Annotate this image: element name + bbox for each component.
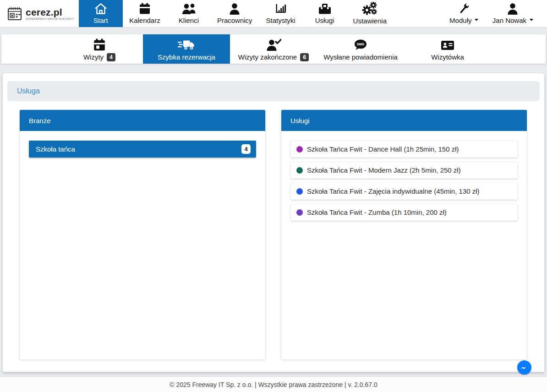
industry-count-badge: 4 — [241, 144, 251, 154]
tab-label: Szybka rezerwacja — [158, 53, 215, 61]
clients-icon — [181, 2, 196, 15]
service-color-dot — [296, 146, 303, 152]
top-navigation: cerez.pl ZAREZERWUJ SWOJE SUKCESY! Start… — [0, 0, 547, 27]
tab-szybka-rezerwacja[interactable]: Szybka rezerwacja — [143, 34, 230, 64]
toolbox-icon — [318, 2, 332, 15]
tab-wizyty-zakonczone[interactable]: Wizyty zakończone 6 — [230, 34, 317, 64]
nav-item-statystyki[interactable]: Statystyki — [259, 0, 303, 27]
service-color-dot — [296, 188, 303, 195]
wrench-icon — [458, 2, 470, 15]
messenger-icon — [517, 360, 531, 375]
user-check-icon — [266, 37, 281, 52]
svg-text:SMS: SMS — [357, 42, 364, 46]
footer: © 2025 Freeway IT Sp. z o.o. | Wszystkie… — [0, 376, 547, 392]
tab-label: Wizytówka — [431, 53, 464, 61]
main-content: Usługa Branże Szkoła tańca 4 Usługi — [3, 73, 544, 372]
nav-label: Start — [93, 16, 108, 24]
tab-wyslane-powiadomienia[interactable]: SMS Wysłane powiadomienia — [317, 34, 404, 64]
nav-label: Jan Nowak — [492, 16, 526, 24]
calendar-icon — [139, 2, 151, 15]
industries-panel-body: Szkoła tańca 4 — [20, 131, 265, 167]
stats-icon — [274, 2, 287, 15]
nav-item-ustawienia[interactable]: Ustawienia — [347, 0, 393, 27]
fast-truck-icon — [178, 37, 195, 52]
service-color-dot — [296, 167, 303, 174]
service-label: Szkoła Tańca Fwit - Dance Hall (1h 25min… — [307, 145, 459, 153]
tab-label: Wizyty zakończone — [238, 53, 297, 61]
tab-wizytowka[interactable]: Wizytówka — [404, 34, 491, 64]
logo-calendar-icon — [6, 5, 23, 22]
tab-label: Wizyty — [83, 53, 104, 61]
visits-tab-bar: Wizyty 4 Szybka rezerwacja — [1, 34, 546, 64]
nav-item-moduly[interactable]: Moduły — [442, 0, 486, 27]
service-item[interactable]: Szkoła Tańca Fwit - Modern Jazz (2h 5min… — [290, 162, 518, 179]
industry-label: Szkoła tańca — [36, 145, 75, 153]
service-label: Szkoła Tańca Fwit - Zumba (1h 10min, 200… — [307, 208, 447, 216]
nav-item-kalendarz[interactable]: Kalendarz — [123, 0, 167, 27]
nav-label: Ustawienia — [353, 17, 387, 25]
nav-item-user-menu[interactable]: Jan Nowak — [486, 0, 540, 27]
services-panel-body: Szkoła Tańca Fwit - Dance Hall (1h 25min… — [281, 131, 527, 234]
home-icon — [94, 2, 108, 15]
services-panel: Usługi Szkoła Tańca Fwit - Dance Hall (1… — [281, 109, 527, 360]
industry-item-szkola-tanca[interactable]: Szkoła tańca 4 — [29, 141, 256, 158]
service-item[interactable]: Szkoła Tańca Fwit - Zajęcia indywidualne… — [290, 183, 518, 200]
calendar-day-icon — [93, 37, 106, 52]
address-card-icon — [441, 37, 454, 52]
service-label: Szkoła Tańca Fwit - Zajęcia indywidualne… — [307, 187, 480, 195]
panels-row: Branże Szkoła tańca 4 Usługi Szkoła Tańc… — [3, 109, 544, 360]
service-color-dot — [296, 209, 303, 216]
nav-label: Moduły — [449, 16, 471, 24]
tab-badge-count: 4 — [107, 53, 115, 61]
brand-logo[interactable]: cerez.pl ZAREZERWUJ SWOJE SUKCESY! — [0, 0, 79, 27]
nav-item-uslugi[interactable]: Usługi — [303, 0, 347, 27]
chevron-down-icon — [530, 19, 533, 21]
nav-label: Usługi — [315, 16, 334, 24]
nav-label: Kalendarz — [129, 16, 160, 24]
footer-copyright: © 2025 Freeway IT Sp. z o.o. | Wszystkie… — [170, 381, 377, 388]
breadcrumb: Usługa — [7, 81, 540, 101]
services-panel-header: Usługi — [281, 110, 527, 131]
nav-item-klienci[interactable]: Klienci — [167, 0, 211, 27]
chevron-down-icon — [475, 19, 478, 21]
nav-label: Statystyki — [266, 16, 295, 24]
service-item[interactable]: Szkoła Tańca Fwit - Zumba (1h 10min, 200… — [290, 204, 518, 221]
tab-wizyty[interactable]: Wizyty 4 — [56, 34, 143, 64]
employee-icon — [229, 2, 241, 15]
nav-item-start[interactable]: Start — [79, 0, 123, 27]
nav-right-group: Moduły Jan Nowak — [442, 0, 547, 27]
service-label: Szkoła Tańca Fwit - Modern Jazz (2h 5min… — [307, 166, 461, 174]
sms-icon: SMS — [354, 37, 367, 52]
tab-label: Wysłane powiadomienia — [323, 53, 398, 61]
nav-label: Pracownicy — [217, 16, 252, 24]
industries-panel-header: Branże — [20, 110, 265, 131]
brand-tagline: ZAREZERWUJ SWOJE SUKCESY! — [26, 17, 74, 20]
breadcrumb-usluga[interactable]: Usługa — [17, 87, 40, 95]
panel-title: Branże — [29, 117, 51, 125]
brand-name: cerez.pl — [26, 7, 74, 17]
nav-item-pracownicy[interactable]: Pracownicy — [211, 0, 259, 27]
tab-badge-count: 6 — [300, 53, 309, 61]
industries-panel: Branże Szkoła tańca 4 — [19, 109, 266, 360]
gears-icon — [362, 2, 377, 16]
panel-title: Usługi — [290, 117, 310, 125]
nav-label: Klienci — [179, 16, 199, 24]
messenger-chat-button[interactable] — [517, 360, 531, 375]
user-icon — [507, 2, 519, 15]
service-item[interactable]: Szkoła Tańca Fwit - Dance Hall (1h 25min… — [290, 141, 518, 158]
